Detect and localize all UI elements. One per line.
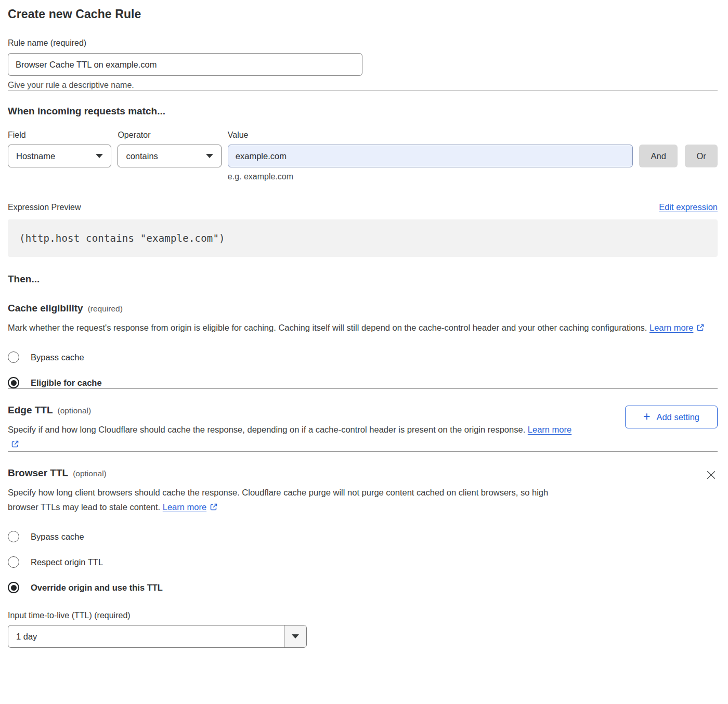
operator-select-value: contains [126, 151, 158, 161]
radio-button-selected[interactable] [8, 377, 19, 388]
radio-label: Respect origin TTL [31, 557, 103, 567]
cache-eligibility-description: Mark whether the request's response from… [8, 320, 709, 335]
browser-ttl-qualifier: (optional) [73, 469, 107, 478]
radio-label: Override origin and use this TTL [31, 583, 163, 593]
radio-browser-bypass-cache[interactable]: Bypass cache [8, 531, 718, 542]
and-button[interactable]: And [639, 145, 678, 167]
rule-name-section: Rule name (required) Give your rule a de… [8, 38, 718, 90]
browser-ttl-title: Browser TTL [8, 467, 68, 479]
operator-select[interactable]: contains [118, 145, 221, 167]
create-cache-rule-form: Create new Cache Rule Rule name (require… [0, 0, 728, 648]
radio-label: Bypass cache [31, 353, 84, 362]
radio-override-origin-ttl[interactable]: Override origin and use this TTL [8, 582, 718, 593]
value-column: Value e.g. example.com [228, 131, 633, 181]
expression-preview-header: Expression Preview Edit expression [8, 202, 718, 212]
expression-preview-label: Expression Preview [8, 203, 81, 212]
browser-ttl-section: Browser TTL (optional) Specify how long … [8, 467, 718, 648]
external-link-icon [210, 503, 218, 511]
chevron-down-icon [292, 634, 299, 638]
field-label: Field [8, 131, 111, 140]
expression-code: (http.host contains "example.com") [19, 232, 225, 244]
ttl-select-caret-button[interactable] [284, 625, 306, 647]
browser-ttl-content: Browser TTL (optional) Specify how long … [8, 467, 575, 514]
edge-ttl-title-row: Edge TTL (optional) [8, 405, 582, 416]
browser-ttl-title-row: Browser TTL (optional) [8, 467, 575, 479]
ttl-select[interactable]: 1 day [8, 625, 307, 648]
radio-label: Eligible for cache [31, 378, 102, 388]
ttl-select-value: 1 day [8, 625, 284, 647]
edge-ttl-description-text: Specify if and how long Cloudflare shoul… [8, 425, 525, 434]
page-title: Create new Cache Rule [8, 0, 718, 21]
cache-eligibility-title: Cache eligibility [8, 303, 83, 314]
cache-eligibility-title-row: Cache eligibility (required) [8, 303, 718, 314]
add-setting-label: Add setting [656, 412, 699, 422]
value-helper: e.g. example.com [228, 172, 633, 181]
rule-name-helper: Give your rule a descriptive name. [8, 81, 718, 90]
edge-ttl-description: Specify if and how long Cloudflare shoul… [8, 422, 582, 451]
match-condition-row: Field Hostname Operator contains Value e… [8, 131, 718, 181]
learn-more-link[interactable]: Learn more [528, 425, 571, 434]
remove-setting-button[interactable] [705, 468, 718, 483]
edge-ttl-qualifier: (optional) [58, 406, 92, 415]
radio-respect-origin-ttl[interactable]: Respect origin TTL [8, 556, 718, 568]
browser-ttl-header: Browser TTL (optional) Specify how long … [8, 467, 718, 514]
radio-button-unselected[interactable] [8, 351, 19, 363]
rule-name-input[interactable] [8, 53, 362, 76]
rule-name-label: Rule name (required) [8, 38, 86, 47]
operator-label: Operator [118, 131, 221, 140]
cache-eligibility-qualifier: (required) [88, 304, 123, 314]
expression-preview-box: (http.host contains "example.com") [8, 219, 718, 257]
value-label: Value [228, 131, 633, 140]
close-icon [706, 470, 717, 480]
edge-ttl-section: Edge TTL (optional) Specify if and how l… [8, 405, 718, 451]
radio-button-unselected[interactable] [8, 531, 19, 542]
divider [8, 388, 718, 389]
radio-button-selected[interactable] [8, 582, 19, 593]
browser-ttl-description-text: Specify how long client browsers should … [8, 488, 548, 512]
radio-button-unselected[interactable] [8, 556, 19, 568]
operator-column: Operator contains [118, 131, 221, 181]
then-heading: Then... [8, 273, 718, 285]
browser-ttl-description: Specify how long client browsers should … [8, 485, 575, 514]
radio-eligible-for-cache[interactable]: Eligible for cache [8, 377, 718, 388]
or-button[interactable]: Or [685, 145, 718, 167]
edge-ttl-content: Edge TTL (optional) Specify if and how l… [8, 405, 582, 451]
edge-ttl-title: Edge TTL [8, 405, 53, 416]
cache-eligibility-section: Cache eligibility (required) Mark whethe… [8, 303, 718, 388]
external-link-icon [696, 323, 705, 332]
edit-expression-link[interactable]: Edit expression [659, 202, 718, 212]
divider [8, 451, 718, 452]
plus-icon: + [643, 411, 650, 423]
field-select[interactable]: Hostname [8, 145, 111, 167]
radio-label: Bypass cache [31, 532, 84, 542]
ttl-input-label: Input time-to-live (TTL) (required) [8, 611, 718, 620]
match-heading: When incoming requests match... [8, 106, 718, 117]
field-column: Field Hostname [8, 131, 111, 181]
learn-more-link[interactable]: Learn more [649, 323, 693, 332]
cache-eligibility-description-text: Mark whether the request's response from… [8, 323, 647, 332]
divider [8, 90, 718, 90]
field-select-value: Hostname [16, 151, 55, 161]
add-setting-button[interactable]: + Add setting [625, 406, 718, 428]
chevron-down-icon [96, 154, 103, 158]
match-value-input[interactable] [228, 145, 633, 167]
external-link-icon [11, 440, 19, 448]
chevron-down-icon [206, 154, 213, 158]
radio-bypass-cache[interactable]: Bypass cache [8, 351, 718, 363]
learn-more-link[interactable]: Learn more [163, 502, 206, 512]
